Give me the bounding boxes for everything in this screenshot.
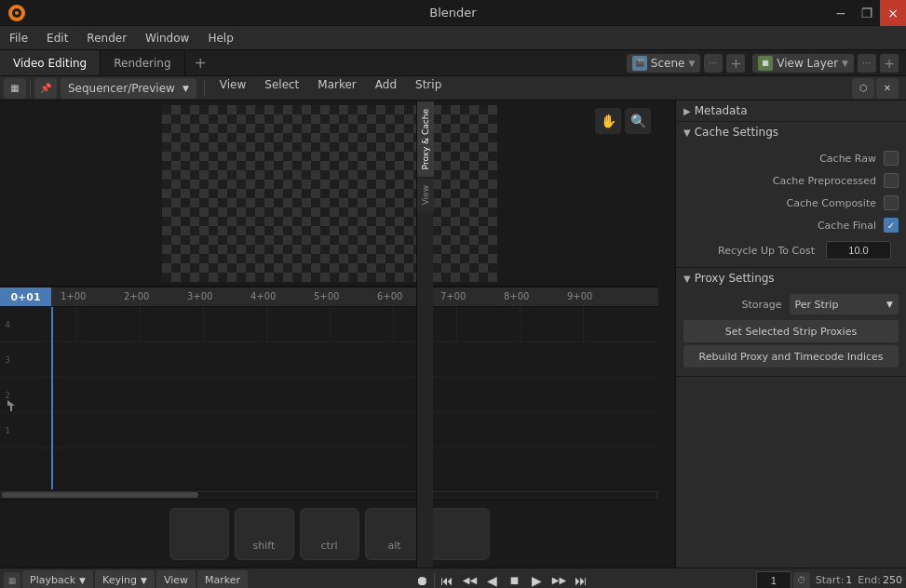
- svg-point-2: [15, 11, 19, 15]
- track-1-content[interactable]: [13, 413, 658, 448]
- tick-4: 4+00: [250, 291, 276, 301]
- timeline-tracks[interactable]: 4 3: [0, 307, 658, 489]
- cache-settings-header[interactable]: ▼ Cache Settings: [676, 122, 906, 142]
- window-controls: − ❐ ×: [828, 0, 906, 26]
- preview-tools: ✋ 🔍: [595, 108, 651, 134]
- cache-preprocessed-checkbox[interactable]: [884, 173, 899, 188]
- key-shift: shift: [235, 508, 294, 560]
- play-reverse-button[interactable]: ◀: [481, 570, 502, 589]
- tick-5: 5+00: [314, 291, 339, 301]
- cache-raw-row: Cache Raw: [683, 148, 899, 168]
- menu-strip[interactable]: Strip: [408, 78, 449, 99]
- frame-counter[interactable]: 0+01: [0, 287, 51, 306]
- recycle-row: Recycle Up To Cost: [683, 239, 899, 261]
- editor-type-button[interactable]: ▦: [4, 78, 26, 99]
- storage-dropdown[interactable]: Per Strip ▼: [790, 294, 899, 314]
- viewlayer-options-button[interactable]: ⋯: [858, 54, 876, 73]
- viewlayer-add-button[interactable]: +: [880, 54, 899, 73]
- metadata-header[interactable]: ▶ Metadata: [676, 100, 906, 121]
- next-frame-button[interactable]: ▶▶: [548, 570, 569, 589]
- current-frame-input[interactable]: [756, 571, 791, 589]
- start-label: Start:: [816, 574, 845, 586]
- add-workspace-button[interactable]: +: [185, 50, 216, 75]
- cache-final-row: Cache Final: [683, 215, 899, 235]
- menu-render[interactable]: Render: [77, 26, 136, 49]
- editor-mode-dropdown[interactable]: Sequencer/Preview ▼: [61, 78, 196, 99]
- view-dropdown[interactable]: View: [156, 570, 196, 589]
- editor-area: ▦ 📌 Sequencer/Preview ▼ View Select Mark…: [0, 76, 906, 568]
- playback-dropdown[interactable]: Playback ▼: [22, 570, 93, 589]
- track-3-content[interactable]: [13, 342, 658, 377]
- key-ctrl: ctrl: [300, 508, 359, 560]
- tick-6: 6+00: [377, 291, 402, 301]
- proxy-settings-content: Storage Per Strip ▼ Set Selected Strip P…: [676, 288, 906, 376]
- menu-help[interactable]: Help: [198, 26, 242, 49]
- track-2-content[interactable]: [13, 378, 658, 412]
- proxy-settings-section: ▼ Proxy Settings Storage Per Strip ▼: [676, 268, 906, 377]
- first-frame-button[interactable]: ⏮: [437, 570, 457, 589]
- close-button[interactable]: ×: [880, 0, 906, 26]
- menu-marker[interactable]: Marker: [310, 78, 363, 99]
- key-alt: alt: [365, 508, 425, 560]
- track-row: 3: [0, 342, 658, 378]
- tick-9: 9+00: [567, 291, 592, 301]
- menubar: File Edit Render Window Help: [0, 26, 906, 50]
- marker-dropdown[interactable]: Marker: [197, 570, 248, 589]
- scene-add-button[interactable]: +: [726, 54, 745, 73]
- scene-selector[interactable]: 🎬 Scene ▼: [627, 54, 701, 73]
- cache-settings-section: ▼ Cache Settings Cache Raw Cache Preproc…: [676, 122, 906, 268]
- cache-settings-content: Cache Raw Cache Preprocessed Cache Compo…: [676, 142, 906, 267]
- play-button[interactable]: ▶: [526, 570, 547, 589]
- cache-raw-checkbox[interactable]: [884, 151, 899, 166]
- rebuild-proxy-button[interactable]: Rebuild Proxy and Timecode Indices: [683, 345, 899, 368]
- cache-composite-checkbox[interactable]: [884, 195, 899, 210]
- track-4-content[interactable]: [13, 307, 658, 341]
- menu-add[interactable]: Add: [368, 78, 404, 99]
- scrollbar-thumb[interactable]: [2, 492, 198, 498]
- menu-window[interactable]: Window: [136, 26, 198, 49]
- proxy-settings-header[interactable]: ▼ Proxy Settings: [676, 268, 906, 288]
- main-content: ✋ 🔍 0+01 1+00 2+00 3+00 4+00 5+00 6+00 7…: [0, 100, 906, 568]
- playback-controls: ⏺ ⏮ ◀◀ ◀ ■ ▶ ▶▶ ⏭: [412, 570, 591, 589]
- side-tab-view[interactable]: View: [417, 177, 434, 212]
- workspace-tab-rendering[interactable]: Rendering: [101, 50, 184, 75]
- viewlayer-selector[interactable]: ▦ View Layer ▼: [752, 54, 854, 73]
- preview-canvas: [162, 105, 497, 282]
- scrollbar-track: [2, 492, 656, 498]
- stop-button[interactable]: ■: [504, 570, 524, 589]
- preview-area: ✋ 🔍: [0, 100, 658, 287]
- tick-2: 2+00: [124, 291, 149, 301]
- hand-tool-button[interactable]: ✋: [595, 108, 621, 134]
- workspace-tab-video-editing[interactable]: Video Editing: [0, 50, 101, 75]
- viewlayer-icon: ▦: [758, 56, 773, 71]
- timer-icon[interactable]: ⏱: [793, 572, 810, 589]
- side-tab-proxy-cache[interactable]: Proxy & Cache: [417, 100, 434, 177]
- set-proxies-button[interactable]: Set Selected Strip Proxies: [683, 320, 899, 342]
- zoom-tool-button[interactable]: 🔍: [625, 108, 651, 134]
- viewlayer-dropdown-icon: ▼: [842, 59, 848, 68]
- track-row: 4: [0, 307, 658, 342]
- blender-logo: [7, 4, 26, 25]
- scene-options-button[interactable]: ⋯: [704, 54, 723, 73]
- pin-button[interactable]: 📌: [34, 78, 57, 99]
- minimize-button[interactable]: −: [828, 0, 854, 26]
- menu-file[interactable]: File: [0, 26, 37, 49]
- horizontal-scrollbar[interactable]: [0, 489, 658, 499]
- record-button[interactable]: ⏺: [412, 570, 432, 589]
- sequencer-area: ✋ 🔍 0+01 1+00 2+00 3+00 4+00 5+00 6+00 7…: [0, 100, 658, 568]
- editor-type-small-button[interactable]: ▦: [4, 572, 20, 589]
- restore-button[interactable]: ❐: [854, 0, 880, 26]
- keying-dropdown[interactable]: Keying ▼: [95, 570, 155, 589]
- recycle-cost-input[interactable]: [826, 241, 891, 260]
- menu-view[interactable]: View: [212, 78, 253, 99]
- last-frame-button[interactable]: ⏭: [571, 570, 591, 589]
- prev-frame-button[interactable]: ◀◀: [459, 570, 480, 589]
- bottom-bar: ▦ Playback ▼ Keying ▼ View Marker ⏺ ⏮ ◀◀…: [0, 568, 906, 588]
- overlay-icon[interactable]: ⬡: [852, 78, 874, 99]
- gizmo-icon[interactable]: ✕: [876, 78, 899, 99]
- cache-final-checkbox[interactable]: [884, 218, 899, 233]
- menu-select[interactable]: Select: [257, 78, 306, 99]
- workspace-right: 🎬 Scene ▼ ⋯ + ▦ View Layer ▼ ⋯ +: [627, 54, 906, 73]
- menu-edit[interactable]: Edit: [37, 26, 77, 49]
- tick-7: 7+00: [440, 291, 466, 301]
